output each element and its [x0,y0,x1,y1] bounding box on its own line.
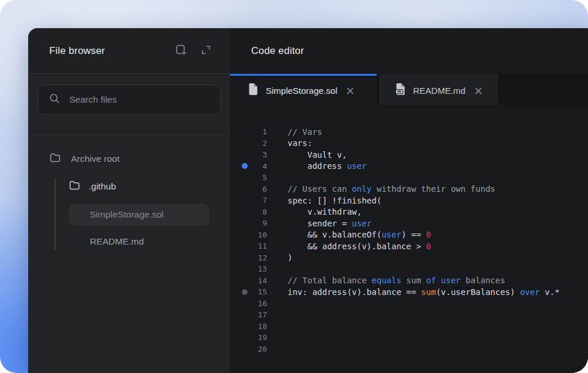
search-input[interactable] [68,94,209,106]
code-token-kw: user [381,230,401,239]
expand-button[interactable] [200,43,212,58]
line-number: 15 [248,287,267,296]
search-section [28,74,230,115]
code-line: 6// Users can only withdraw their own fu… [230,184,588,195]
file-browser-header: File browser [28,28,230,74]
code-lines: 1// Vars2vars:3 Vault v,4 address user56… [230,105,588,373]
code-line: 8 v.withdraw, [230,206,588,218]
code-editor-panel: Code editor SimpleStorage.sol × [230,28,588,373]
code-line: 3 Vault v, [230,149,588,161]
code-token-num: 0 [426,242,431,251]
line-marker-slot [242,140,248,146]
code-line: 12) [230,252,588,264]
line-number: 4 [248,162,267,171]
line-number: 14 [248,276,267,285]
code-token-comment: // Users can [288,184,352,194]
code-token-comment: sum [401,276,426,285]
line-marker-slot [242,186,248,192]
code-line-text: inv: address(v).balance == sum(v.userBal… [288,287,560,297]
code-line-text: Vault v, [288,150,347,160]
line-number: 3 [248,150,267,159]
close-tab-icon[interactable]: × [346,85,355,96]
code-line: 1// Vars [230,126,588,138]
code-editor-header: Code editor [230,28,588,74]
file-icon [248,83,258,97]
new-file-button[interactable] [175,43,188,58]
tree-children: .github SimpleStorage.sol README.md [55,178,221,250]
code-token-kw: of [426,276,436,285]
code-line: 19 [230,332,588,344]
line-number: 20 [248,345,267,354]
tab-readme[interactable]: MD README.md × [379,74,498,105]
tree-item-simplestorage-selected[interactable]: SimpleStorage.sol [69,204,209,226]
code-token-kw: user [347,161,367,171]
line-number: 1 [248,127,267,136]
tab-bar: SimpleStorage.sol × MD README.md × [230,74,588,105]
code-token-plain: address [288,161,347,171]
line-marker-slot [242,152,248,158]
line-number: 7 [248,196,267,205]
code-line: 2vars: [230,138,588,150]
code-token-plain: spec: [] !finished( [288,196,381,205]
code-editor-title: Code editor [251,45,304,57]
code-token-kw: equals [371,276,401,285]
line-marker-slot [242,255,248,260]
tree-item-label: SimpleStorage.sol [90,209,164,220]
line-marker-slot [242,198,248,204]
tab-label: README.md [413,86,465,96]
search-box[interactable] [38,84,221,115]
code-token-plain: v.withdraw, [288,207,361,216]
code-token-plain: inv: address(v).balance == [288,287,421,297]
blue-line-marker[interactable] [242,163,248,169]
line-marker-slot [242,129,248,135]
code-token-plain: sender = [288,219,352,228]
line-number: 13 [248,265,267,273]
code-line: 5 [230,172,588,184]
code-line: 15inv: address(v).balance == sum(v.userB… [230,286,588,298]
code-line-text: vars: [288,138,312,148]
code-line: 14// Total balance equals sum of user ba… [230,275,588,287]
code-line: 18 [230,321,588,333]
code-token-comment: balances [461,276,505,285]
line-marker-slot [242,323,248,329]
tab-label: SimpleStorage.sol [266,86,337,96]
md-file-icon: MD [395,83,405,97]
tree-item-readme[interactable]: README.md [69,233,221,250]
code-token-kw: user [352,219,372,228]
code-line: 7spec: [] !finished( [230,195,588,206]
tree-item-archive-root[interactable]: Archive root [49,150,221,168]
code-token-plain: (v.userBalances) [436,287,520,297]
code-line-text: && v.balanceOf(user) == 0 [288,230,431,239]
tree-item-github[interactable]: .github [69,178,221,195]
code-line: 20 [230,344,588,355]
line-number: 12 [248,253,267,262]
line-number: 5 [248,173,267,182]
code-line: 16 [230,298,588,310]
line-number: 11 [248,242,267,250]
line-marker-slot [242,266,248,272]
code-line-text: spec: [] !finished( [288,196,381,205]
code-line: 10 && v.balanceOf(user) == 0 [230,229,588,241]
line-marker-slot [242,335,248,341]
code-line: 4 address user [230,161,588,172]
folder-icon [49,152,61,166]
code-line: 9 sender = user [230,218,588,229]
file-tree: Archive root .github SimpleStorage.sol [28,135,230,250]
desktop-background: File browser [0,0,588,373]
file-browser-panel: File browser [28,28,230,373]
code-token-plain: ) == [401,230,426,239]
code-token-plain: Vault v, [288,150,347,160]
tree-item-label: Archive root [71,154,120,164]
line-marker-slot [242,232,248,238]
code-token-plain: ) [288,253,292,262]
code-line-text: // Vars [288,127,322,137]
gray-line-marker[interactable] [242,289,248,295]
line-number: 19 [248,333,267,342]
code-token-comment: // Total balance [288,276,371,285]
line-number: 6 [248,185,267,194]
code-token-fn: sum [421,287,436,297]
search-icon [49,93,60,107]
close-tab-icon[interactable]: × [474,85,483,96]
tree-item-label: .github [89,181,116,192]
tab-simplestorage[interactable]: SimpleStorage.sol × [230,74,377,105]
